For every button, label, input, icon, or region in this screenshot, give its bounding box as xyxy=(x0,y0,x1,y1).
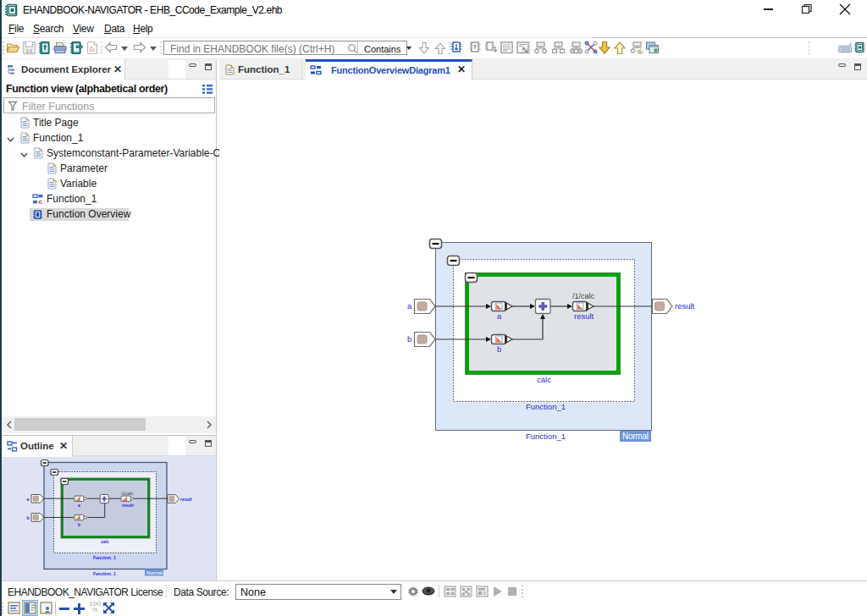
svg-text:Function_1: Function_1 xyxy=(526,402,566,411)
svg-text:result: result xyxy=(122,503,134,508)
svg-text:c: c xyxy=(39,198,43,205)
svg-text:result: result xyxy=(180,497,192,502)
svg-text:a: a xyxy=(27,497,30,502)
svg-text:calc: calc xyxy=(101,539,109,544)
svg-text:calc: calc xyxy=(537,375,551,384)
svg-text:Normal: Normal xyxy=(146,569,163,575)
svg-text:a: a xyxy=(497,311,502,321)
svg-text:/1/calc: /1/calc xyxy=(572,292,595,300)
svg-text:Function_1: Function_1 xyxy=(526,432,566,441)
svg-text:b: b xyxy=(27,515,30,520)
svg-text:result: result xyxy=(574,311,594,321)
svg-text:Function_1: Function_1 xyxy=(93,571,116,576)
svg-text:/1/calc: /1/calc xyxy=(121,491,134,496)
svg-text:b: b xyxy=(78,522,80,527)
svg-text:b: b xyxy=(407,334,411,344)
svg-text:b: b xyxy=(497,344,501,354)
svg-text:result: result xyxy=(675,301,695,311)
svg-text:a: a xyxy=(78,503,80,508)
svg-text:a: a xyxy=(407,301,412,311)
svg-text:Function_1: Function_1 xyxy=(93,555,116,560)
svg-text:Normal: Normal xyxy=(622,432,649,441)
